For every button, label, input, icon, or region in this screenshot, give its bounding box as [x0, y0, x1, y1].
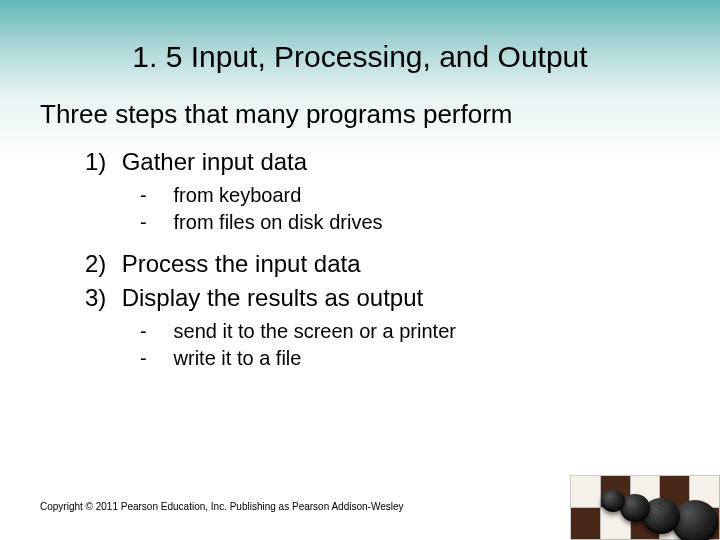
sub-item: - send it to the screen or a printer	[140, 318, 680, 345]
list-num: 2)	[85, 250, 115, 278]
footer: Copyright © 2011 Pearson Education, Inc.…	[40, 492, 680, 512]
sub-text: from keyboard	[174, 184, 302, 206]
list-item-2: 2) Process the input data	[85, 250, 680, 278]
list-text: Gather input data	[122, 148, 307, 175]
sub-text: from files on disk drives	[174, 211, 383, 233]
sub-list-1: - from keyboard - from files on disk dri…	[140, 182, 680, 236]
bullet-dash: -	[140, 318, 168, 345]
list-text: Process the input data	[122, 250, 361, 277]
list-num: 1)	[85, 148, 115, 176]
list-text: Display the results as output	[122, 284, 424, 311]
sub-text: send it to the screen or a printer	[174, 320, 456, 342]
page-number: 1-28	[648, 500, 670, 512]
sub-item: - write it to a file	[140, 345, 680, 372]
bullet-dash: -	[140, 209, 168, 236]
slide-title: 1. 5 Input, Processing, and Output	[40, 40, 680, 74]
sub-list-3: - send it to the screen or a printer - w…	[140, 318, 680, 372]
copyright-text: Copyright © 2011 Pearson Education, Inc.…	[40, 501, 404, 512]
slide-subtitle: Three steps that many programs perform	[40, 99, 680, 130]
sub-item: - from keyboard	[140, 182, 680, 209]
list-item-1: 1) Gather input data	[85, 148, 680, 176]
sub-text: write it to a file	[174, 347, 302, 369]
bullet-dash: -	[140, 345, 168, 372]
list-item-3: 3) Display the results as output	[85, 284, 680, 312]
bullet-dash: -	[140, 182, 168, 209]
list-num: 3)	[85, 284, 115, 312]
slide: 1. 5 Input, Processing, and Output Three…	[0, 0, 720, 540]
sub-item: - from files on disk drives	[140, 209, 680, 236]
